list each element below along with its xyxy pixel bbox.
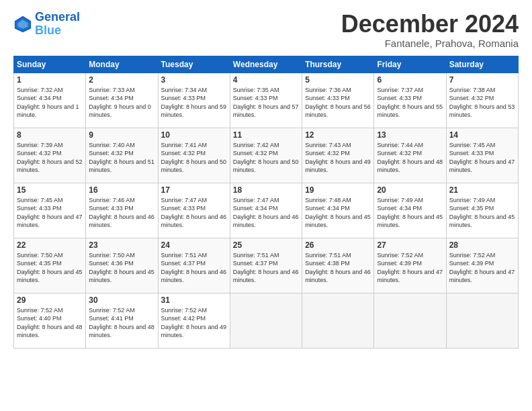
day-cell: 9 Sunrise: 7:40 AMSunset: 4:32 PMDayligh… [86,128,158,183]
header-cell-wednesday: Wednesday [230,56,302,73]
day-cell: 11 Sunrise: 7:42 AMSunset: 4:32 PMDaylig… [230,128,302,183]
day-cell: 16 Sunrise: 7:46 AMSunset: 4:33 PMDaylig… [86,183,158,238]
day-cell: 23 Sunrise: 7:50 AMSunset: 4:36 PMDaylig… [86,238,158,293]
day-info: Sunrise: 7:49 AMSunset: 4:34 PMDaylight:… [377,197,443,229]
day-number: 12 [305,130,371,140]
calendar-header: SundayMondayTuesdayWednesdayThursdayFrid… [14,56,519,73]
week-row-2: 8 Sunrise: 7:39 AMSunset: 4:32 PMDayligh… [14,128,519,183]
header-cell-thursday: Thursday [302,56,374,73]
day-number: 22 [17,240,83,250]
day-cell: 17 Sunrise: 7:47 AMSunset: 4:33 PMDaylig… [158,183,230,238]
day-cell: 31 Sunrise: 7:52 AMSunset: 4:42 PMDaylig… [158,293,230,348]
day-cell [446,293,518,348]
day-cell: 25 Sunrise: 7:51 AMSunset: 4:37 PMDaylig… [230,238,302,293]
day-cell: 6 Sunrise: 7:37 AMSunset: 4:33 PMDayligh… [374,73,446,128]
week-row-1: 1 Sunrise: 7:32 AMSunset: 4:34 PMDayligh… [14,73,519,128]
day-number: 4 [233,75,299,85]
day-number: 21 [449,185,515,195]
day-number: 3 [161,75,227,85]
day-cell: 13 Sunrise: 7:44 AMSunset: 4:32 PMDaylig… [374,128,446,183]
day-cell [302,293,374,348]
day-number: 8 [17,130,83,140]
header-cell-saturday: Saturday [446,56,518,73]
day-number: 30 [89,295,154,305]
day-number: 25 [233,240,299,250]
day-number: 6 [377,75,443,85]
day-number: 15 [17,185,83,195]
day-cell: 4 Sunrise: 7:35 AMSunset: 4:33 PMDayligh… [230,73,302,128]
day-number: 14 [449,130,515,140]
day-info: Sunrise: 7:44 AMSunset: 4:32 PMDaylight:… [377,142,443,174]
day-cell: 22 Sunrise: 7:50 AMSunset: 4:35 PMDaylig… [14,238,86,293]
day-number: 13 [377,130,443,140]
day-info: Sunrise: 7:47 AMSunset: 4:34 PMDaylight:… [233,197,299,229]
day-number: 7 [449,75,515,85]
day-info: Sunrise: 7:38 AMSunset: 4:32 PMDaylight:… [449,87,515,119]
day-info: Sunrise: 7:39 AMSunset: 4:32 PMDaylight:… [17,142,83,174]
day-info: Sunrise: 7:49 AMSunset: 4:35 PMDaylight:… [449,197,515,229]
location-subtitle: Fantanele, Prahova, Romania [341,38,519,49]
day-info: Sunrise: 7:34 AMSunset: 4:33 PMDaylight:… [161,87,227,119]
day-info: Sunrise: 7:48 AMSunset: 4:34 PMDaylight:… [305,197,371,229]
week-row-5: 29 Sunrise: 7:52 AMSunset: 4:40 PMDaylig… [14,293,519,348]
day-info: Sunrise: 7:50 AMSunset: 4:36 PMDaylight:… [89,252,154,284]
day-cell: 8 Sunrise: 7:39 AMSunset: 4:32 PMDayligh… [14,128,86,183]
day-number: 2 [89,75,154,85]
day-cell: 7 Sunrise: 7:38 AMSunset: 4:32 PMDayligh… [446,73,518,128]
header: General Blue December 2024 Fantanele, Pr… [13,11,519,49]
day-number: 20 [377,185,443,195]
day-number: 1 [17,75,83,85]
day-info: Sunrise: 7:52 AMSunset: 4:39 PMDaylight:… [449,252,515,284]
day-number: 28 [449,240,515,250]
day-info: Sunrise: 7:46 AMSunset: 4:33 PMDaylight:… [89,197,154,229]
day-cell: 20 Sunrise: 7:49 AMSunset: 4:34 PMDaylig… [374,183,446,238]
day-info: Sunrise: 7:35 AMSunset: 4:33 PMDaylight:… [233,87,299,119]
day-cell [230,293,302,348]
header-cell-sunday: Sunday [14,56,86,73]
day-number: 18 [233,185,299,195]
day-number: 17 [161,185,227,195]
day-info: Sunrise: 7:45 AMSunset: 4:33 PMDaylight:… [449,142,515,174]
day-cell: 15 Sunrise: 7:45 AMSunset: 4:33 PMDaylig… [14,183,86,238]
week-row-3: 15 Sunrise: 7:45 AMSunset: 4:33 PMDaylig… [14,183,519,238]
calendar-table: SundayMondayTuesdayWednesdayThursdayFrid… [13,56,519,349]
day-info: Sunrise: 7:36 AMSunset: 4:33 PMDaylight:… [305,87,371,119]
page-container: General Blue December 2024 Fantanele, Pr… [0,0,532,355]
day-cell: 21 Sunrise: 7:49 AMSunset: 4:35 PMDaylig… [446,183,518,238]
day-info: Sunrise: 7:47 AMSunset: 4:33 PMDaylight:… [161,197,227,229]
day-info: Sunrise: 7:51 AMSunset: 4:38 PMDaylight:… [305,252,371,284]
day-info: Sunrise: 7:52 AMSunset: 4:39 PMDaylight:… [377,252,443,284]
day-number: 5 [305,75,371,85]
logo-text: General Blue [35,11,80,38]
day-cell: 3 Sunrise: 7:34 AMSunset: 4:33 PMDayligh… [158,73,230,128]
calendar-body: 1 Sunrise: 7:32 AMSunset: 4:34 PMDayligh… [14,73,519,348]
day-cell: 29 Sunrise: 7:52 AMSunset: 4:40 PMDaylig… [14,293,86,348]
day-cell: 19 Sunrise: 7:48 AMSunset: 4:34 PMDaylig… [302,183,374,238]
day-info: Sunrise: 7:50 AMSunset: 4:35 PMDaylight:… [17,252,83,284]
day-number: 23 [89,240,154,250]
day-number: 11 [233,130,299,140]
day-cell: 14 Sunrise: 7:45 AMSunset: 4:33 PMDaylig… [446,128,518,183]
day-cell: 26 Sunrise: 7:51 AMSunset: 4:38 PMDaylig… [302,238,374,293]
day-number: 24 [161,240,227,250]
day-info: Sunrise: 7:52 AMSunset: 4:40 PMDaylight:… [17,307,83,339]
day-cell: 30 Sunrise: 7:52 AMSunset: 4:41 PMDaylig… [86,293,158,348]
day-number: 29 [17,295,83,305]
day-info: Sunrise: 7:40 AMSunset: 4:32 PMDaylight:… [89,142,154,174]
day-cell: 24 Sunrise: 7:51 AMSunset: 4:37 PMDaylig… [158,238,230,293]
header-row: SundayMondayTuesdayWednesdayThursdayFrid… [14,56,519,73]
header-cell-friday: Friday [374,56,446,73]
header-cell-tuesday: Tuesday [158,56,230,73]
day-number: 9 [89,130,154,140]
title-block: December 2024 Fantanele, Prahova, Romani… [341,11,519,49]
day-info: Sunrise: 7:42 AMSunset: 4:32 PMDaylight:… [233,142,299,174]
day-number: 19 [305,185,371,195]
day-info: Sunrise: 7:32 AMSunset: 4:34 PMDaylight:… [17,87,79,119]
day-info: Sunrise: 7:33 AMSunset: 4:34 PMDaylight:… [89,87,151,119]
day-cell: 2 Sunrise: 7:33 AMSunset: 4:34 PMDayligh… [86,73,158,128]
day-cell: 5 Sunrise: 7:36 AMSunset: 4:33 PMDayligh… [302,73,374,128]
day-cell: 28 Sunrise: 7:52 AMSunset: 4:39 PMDaylig… [446,238,518,293]
day-info: Sunrise: 7:52 AMSunset: 4:42 PMDaylight:… [161,307,227,339]
day-cell: 10 Sunrise: 7:41 AMSunset: 4:32 PMDaylig… [158,128,230,183]
logo-icon [13,15,32,34]
